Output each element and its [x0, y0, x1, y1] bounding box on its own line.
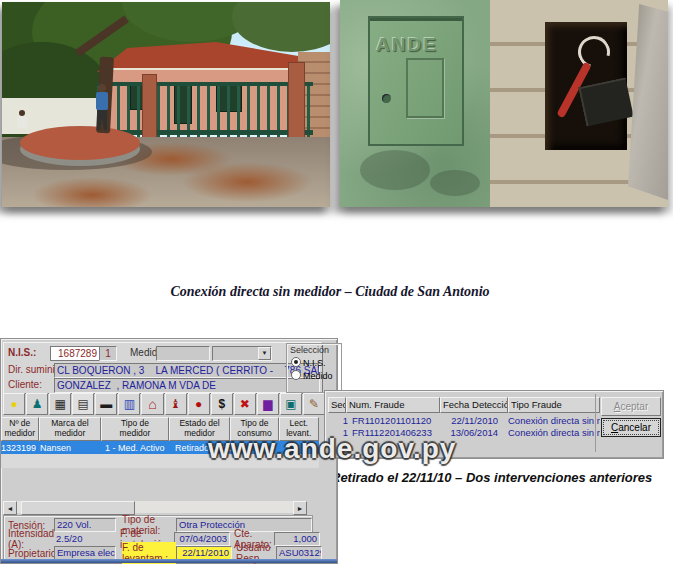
- column-header[interactable]: Fecha Detección: [440, 397, 508, 413]
- person-walking: [94, 84, 110, 132]
- radio-icon[interactable]: [291, 370, 301, 380]
- meter-details-panel: Tensión: 220 Vol. Tipo de material: Otra…: [3, 515, 313, 561]
- stain: [360, 150, 430, 190]
- dollar-icon[interactable]: $: [211, 393, 233, 415]
- column-header[interactable]: Sec.: [328, 397, 346, 413]
- tension-value: 220 Vol.: [54, 518, 116, 532]
- meter-icon[interactable]: ▦: [49, 393, 71, 415]
- nis-label: N.I.S.:: [8, 347, 36, 358]
- column-header[interactable]: Tipo Fraude: [508, 397, 600, 413]
- scratched-emblem: [406, 58, 444, 118]
- retirado-caption: Retirado el 22/11/10 – Dos intervencione…: [331, 470, 652, 485]
- seleccion-group: Selección N.I.S. Medido: [286, 343, 342, 393]
- clipboard-icon[interactable]: ♟: [26, 393, 48, 415]
- gate-pillar: [288, 62, 305, 140]
- window-bottom-border: [1, 559, 337, 563]
- bulb-icon[interactable]: ●: [3, 393, 25, 415]
- delete-icon[interactable]: ✖: [234, 393, 256, 415]
- background-trees: [232, 2, 330, 52]
- keyhole: [382, 94, 391, 103]
- radio-medidor[interactable]: Medido: [287, 368, 341, 381]
- card-icon[interactable]: ▬: [95, 393, 117, 415]
- fraud-table-header: Sec. Num. Fraude Fecha Detección Tipo Fr…: [328, 397, 600, 413]
- cte-value: 1,000: [274, 532, 320, 546]
- house-photo: [2, 2, 330, 207]
- gate-pillar: [142, 74, 157, 138]
- book-icon[interactable]: ▥: [118, 393, 140, 415]
- chart-icon[interactable]: ▆: [257, 393, 279, 415]
- dirt-patch: [32, 177, 152, 207]
- dir-suministro-field[interactable]: CL BOQUERON , 3 LA MERCED ( CERRITO - 78…: [54, 363, 320, 378]
- cliente-field[interactable]: GONZALEZ , RAMONA M VDA DE: [54, 378, 320, 393]
- nis-input[interactable]: 1687289: [50, 346, 100, 361]
- cancelar-button[interactable]: Cancelar: [601, 418, 661, 437]
- seleccion-title: Selección: [287, 344, 341, 355]
- intensidad-value: 2.5/20: [54, 533, 114, 545]
- ande-embossed-label: ANDE: [376, 34, 438, 56]
- photo-caption: Conexión directa sin medidor – Ciudad de…: [130, 284, 530, 300]
- scroll-right-icon[interactable]: ►: [293, 501, 307, 515]
- column-header[interactable]: Marca delmedidor: [39, 417, 102, 441]
- inspector-icon[interactable]: ♝: [165, 393, 187, 415]
- scrollbar-thumb[interactable]: [21, 501, 135, 515]
- cliente-label: Cliente:: [8, 379, 42, 390]
- medidor-dropdown[interactable]: ▼: [212, 346, 272, 361]
- medidor-field[interactable]: [156, 346, 210, 361]
- watermark: www.ande.gov.py: [208, 433, 456, 465]
- radio-selected-icon[interactable]: [291, 357, 301, 367]
- pencil-icon[interactable]: ✎: [303, 393, 325, 415]
- propietario-label: Propietario:: [8, 548, 54, 559]
- levantam-value: 22/11/2010: [176, 546, 232, 560]
- fence-rail: [97, 82, 313, 86]
- home-icon[interactable]: ⌂: [141, 393, 163, 415]
- meter-box-door: ANDE: [368, 16, 464, 146]
- toolbar: ● ♟ ▦ ▤ ▬ ▥ ⌂ ♝ ● $ ✖ ▆ ▣ ✎: [1, 393, 325, 416]
- bell-icon[interactable]: ●: [188, 393, 210, 415]
- ande-meter-box: ANDE: [340, 0, 490, 207]
- horizontal-scrollbar[interactable]: ◄ ►: [3, 501, 307, 513]
- screen-icon[interactable]: ▣: [280, 393, 302, 415]
- column-header[interactable]: Tipo demedidor: [101, 417, 168, 441]
- dirt-patch: [182, 162, 312, 202]
- instalacion-value: 07/04/2003: [174, 532, 230, 546]
- printer-icon[interactable]: ▤: [72, 393, 94, 415]
- radio-nis[interactable]: N.I.S.: [287, 355, 341, 368]
- fraud-row[interactable]: 1 FR1101201101120 22/11/2010 Conexión di…: [328, 415, 600, 426]
- page: ANDE Conexión directa sin medidor – Ciud…: [0, 0, 673, 567]
- scroll-left-icon[interactable]: ◄: [3, 501, 17, 515]
- usuario-value: ASU03129: [276, 546, 322, 560]
- tree-planter: [20, 126, 140, 160]
- chevron-down-icon[interactable]: ▼: [258, 347, 271, 360]
- meter-box-photo: ANDE: [340, 0, 668, 207]
- stain: [430, 170, 480, 196]
- nis-suffix-field[interactable]: 1: [99, 346, 117, 361]
- column-header[interactable]: Num. Fraude: [346, 397, 440, 413]
- list-divider: [595, 394, 596, 452]
- column-header[interactable]: Nº demedidor: [1, 417, 39, 441]
- customer-fields-panel: N.I.S.: 1687289 1 Medidor ▼ Dir. suminis…: [3, 342, 323, 394]
- aceptar-button[interactable]: Aceptar: [601, 397, 661, 416]
- propietario-value: Empresa elec.: [54, 546, 116, 560]
- person-sitting: [16, 110, 28, 128]
